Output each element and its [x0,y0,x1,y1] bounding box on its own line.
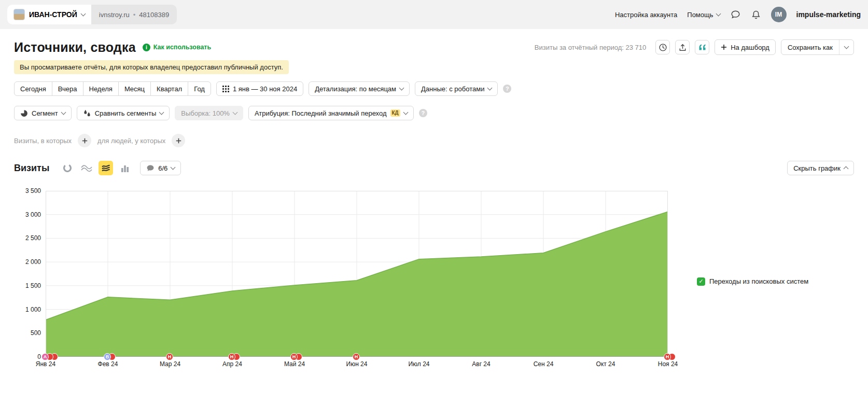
y-tick-label: 0 [37,353,41,360]
history-button[interactable] [655,40,670,54]
counter-id: 48108389 [139,11,169,19]
username: impulse-marketing [796,10,861,19]
chart-event-marker[interactable]: А [41,353,58,360]
period-today-button[interactable]: Сегодня [14,81,52,96]
comments-count: 6/6 [158,164,167,172]
add-user-condition-button[interactable] [172,134,185,147]
chart-event-marker[interactable]: В [104,353,116,360]
attribution-badge: КД [390,109,400,117]
chevron-down-icon [716,11,721,17]
legend-label: Переходы из поисковых систем [709,277,808,285]
y-tick-label: 1 000 [25,306,41,313]
chart-event-marker[interactable]: Н [166,353,173,360]
separator-dot: • [133,11,136,19]
x-tick-label: Июн 24 [346,360,368,368]
help-label: Помощь [687,11,713,19]
chart-metric-title: Визиты [14,163,49,174]
chevron-down-icon [403,110,408,115]
chat-button[interactable] [730,9,741,20]
chart-type-pie-button[interactable] [60,161,75,175]
chart-type-bars-button[interactable] [118,161,132,175]
period-month-button[interactable]: Месяц [118,81,151,96]
event-marker-icon: Н [353,353,360,360]
bar-chart-icon [120,164,130,173]
counter-selector[interactable]: ИВАН-СТРОЙ [7,5,91,24]
legend-checkbox[interactable]: ✓ [697,277,705,286]
site-domain: ivnstroy.ru [99,11,130,19]
share-icon [678,43,687,52]
clock-icon [659,43,667,52]
event-marker-icon: А [41,353,49,360]
compare-segments-label: Сравнить сегменты [95,109,157,117]
compare-segments-dropdown[interactable]: Сравнить сегменты [77,106,170,120]
period-yesterday-button[interactable]: Вчера [52,81,83,96]
date-range-button[interactable]: 1 янв — 30 ноя 2024 [216,81,303,96]
save-as-label[interactable]: Сохранить как [781,40,839,54]
hide-chart-button[interactable]: Скрыть график [787,161,854,175]
visits-condition-label: Визиты, в которых [14,137,72,145]
period-year-button[interactable]: Год [188,81,211,96]
segment-builder-row: Визиты, в которых для людей, у которых [14,134,854,147]
notifications-button[interactable] [751,9,761,20]
segment-filter-row: Сегмент Сравнить сегменты Выборка: 100% … [14,106,854,120]
save-as-dropdown[interactable] [839,40,853,54]
sampling-dropdown[interactable]: Выборка: 100% [175,106,243,120]
plot-area: АВННННН Янв 24Фев 24Мар 24Апр 24Май 24Ию… [46,191,668,372]
export-button[interactable] [675,40,690,54]
x-tick-label: Июл 24 [408,360,429,368]
how-to-use-link[interactable]: i Как использовать [143,44,211,51]
add-to-dashboard-label: На дашборд [731,44,769,51]
chart-event-marker[interactable]: Н [290,353,302,360]
data-mode-dropdown[interactable]: Данные: с роботами [415,81,498,96]
chart-event-marker[interactable]: Н [353,353,360,360]
attribution-label: Атрибуция: Последний значимый переход [255,109,387,117]
area-chart-canvas[interactable] [46,191,668,357]
add-visit-condition-button[interactable] [78,134,91,147]
question-icon[interactable]: ? [503,85,511,93]
period-week-button[interactable]: Неделя [83,81,119,96]
avatar[interactable]: IM [771,7,787,22]
save-as-button[interactable]: Сохранить как [781,39,854,55]
people-condition-label: для людей, у которых [97,137,165,145]
chevron-down-icon [61,110,66,115]
add-to-dashboard-button[interactable]: На дашборд [715,39,776,55]
chevron-down-icon [487,86,493,91]
api-button[interactable] [695,40,709,54]
period-quarter-button[interactable]: Квартал [150,81,188,96]
account-settings-link[interactable]: Настройка аккаунта [615,11,677,19]
page-title: Источники, сводка [14,40,136,55]
x-tick-label: Май 24 [284,360,305,368]
chart-header: Визиты 6/6 С [14,161,854,175]
date-range-label: 1 янв — 30 ноя 2024 [233,85,297,93]
comments-dropdown[interactable]: 6/6 [140,161,181,175]
visits-chart: 05001 0001 5002 0002 5003 0003 500 АВННН… [14,191,854,372]
comment-bubble-icon [146,164,155,172]
detalization-dropdown[interactable]: Детализация: по месяцам [309,81,410,96]
chart-type-stacked-area-button[interactable] [99,161,113,175]
chart-event-marker[interactable]: Н [228,353,240,360]
segment-dropdown[interactable]: Сегмент [14,106,72,120]
plus-icon [82,138,88,144]
public-access-notice: Вы просматриваете отчёты, для которых вл… [14,60,289,74]
y-tick-label: 2 000 [25,258,41,266]
question-icon[interactable]: ? [419,109,427,117]
chart-legend-item[interactable]: ✓ Переходы из поисковых систем [697,277,808,286]
chart-type-lines-button[interactable] [79,161,94,175]
chart-event-marker[interactable]: Н [664,353,676,360]
topbar-right: Настройка аккаунта Помощь IM impulse-mar… [615,7,861,22]
info-icon: i [143,44,150,51]
x-tick-label: Апр 24 [222,360,242,368]
event-marker-icon: Н [290,353,298,360]
plus-icon [721,44,727,50]
attribution-dropdown[interactable]: Атрибуция: Последний значимый переход КД [248,106,414,120]
help-menu[interactable]: Помощь [687,11,720,19]
segment-label: Сегмент [32,109,58,117]
line-chart-icon [80,163,93,173]
chevron-down-icon [171,165,176,170]
chevron-down-icon [844,44,849,49]
y-tick-label: 2 500 [25,234,41,242]
account-name: ИВАН-СТРОЙ [29,10,77,19]
counter-info[interactable]: ivnstroy.ru • 48108389 [91,5,177,24]
y-axis: 05001 0001 5002 0002 5003 0003 500 [14,191,46,372]
x-tick-label: Сен 24 [534,360,554,368]
